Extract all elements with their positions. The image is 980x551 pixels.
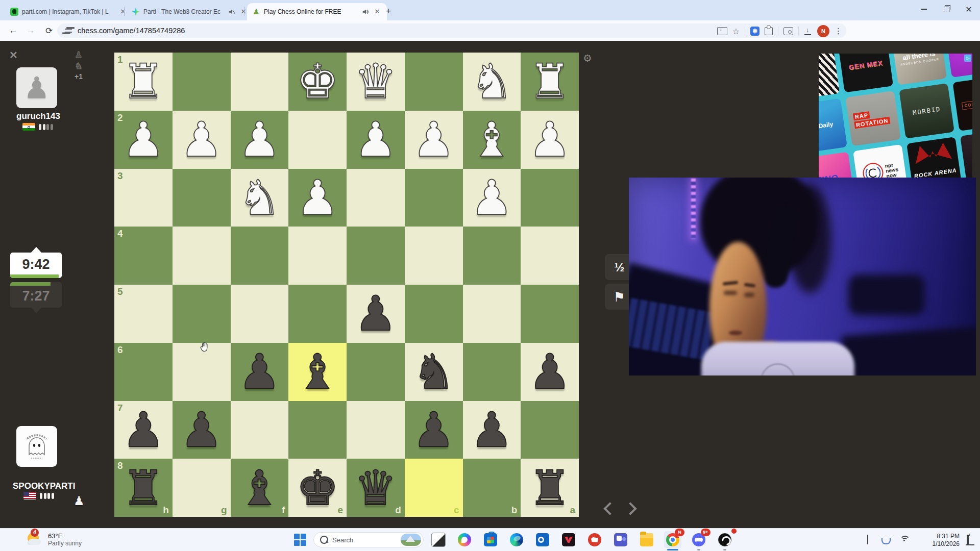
browser-tab-3[interactable]: ♟Play Chess Online for FREE✕ [247,3,387,20]
square-f5[interactable] [231,285,289,343]
square-b7[interactable]: ♟ [463,401,521,459]
chrome-menu-icon[interactable]: ⋮ [835,27,842,36]
browser-tab-2[interactable]: Parti - The Web3 Creator Ec✕ [127,3,253,20]
piece-bR-a8[interactable]: ♜ [521,459,579,517]
profile-avatar[interactable]: N [817,25,829,37]
square-f8[interactable]: f♝ [231,459,289,517]
new-tab-button[interactable]: + [382,5,395,18]
side-search-icon[interactable] [783,27,793,35]
square-g5[interactable] [173,285,231,343]
install-icon[interactable] [717,27,727,35]
piece-wP-d2[interactable]: ♟ [347,111,405,169]
taskbar-app-discord[interactable]: 9+ [690,531,707,548]
square-h4[interactable]: 4 [114,227,173,285]
square-a2[interactable]: ♟ [521,111,579,169]
square-b5[interactable] [463,285,521,343]
square-e5[interactable] [288,285,347,343]
bookmark-star-icon[interactable]: ☆ [732,27,740,36]
square-b3[interactable]: ♟ [463,169,521,227]
square-g4[interactable] [173,227,231,285]
piece-wB-b2[interactable]: ♝ [463,111,521,169]
taskbar-app-copilot[interactable] [456,531,473,548]
piece-bP-b7[interactable]: ♟ [463,401,521,459]
reload-button[interactable]: ⟳ [43,24,55,37]
tab-close-icon[interactable]: ✕ [373,7,382,16]
taskbar-app-outlook[interactable] [534,531,551,548]
square-c5[interactable] [405,285,463,343]
taskbar-app-riot[interactable] [586,531,603,548]
square-c6[interactable]: ♞ [405,343,463,401]
square-d2[interactable]: ♟ [347,111,405,169]
square-c1[interactable] [405,53,463,111]
piece-bP-h7[interactable]: ♟ [114,401,173,459]
square-h1[interactable]: 1♜ [114,53,173,111]
taskbar-app-explorer[interactable] [638,531,655,548]
piece-wP-g2[interactable]: ♟ [173,111,231,169]
downloads-icon[interactable] [804,27,812,35]
taskbar-search[interactable]: Search [313,532,424,547]
piece-bR-h8[interactable]: ♜ [114,459,173,517]
square-f6[interactable]: ♟ [231,343,289,401]
ad-tile-tino[interactable]: TINO [819,152,855,178]
square-c3[interactable] [405,169,463,227]
ad-tile-country[interactable]: COUNTRY HE [952,76,972,131]
piece-bQ-d8[interactable]: ♛ [347,459,405,517]
piece-bP-f6[interactable]: ♟ [231,343,289,401]
square-e2[interactable] [288,111,347,169]
square-a7[interactable] [521,401,579,459]
square-d4[interactable] [347,227,405,285]
board-settings-gear-icon[interactable]: ⚙ [583,52,592,64]
square-b1[interactable]: ♞ [463,53,521,111]
square-g3[interactable] [173,169,231,227]
square-b2[interactable]: ♝ [463,111,521,169]
square-c8[interactable]: c [405,459,463,517]
piece-bB-e6[interactable]: ♝ [288,343,347,401]
piece-wR-h1[interactable]: ♜ [114,53,173,111]
piece-wN-f3[interactable]: ♞ [231,169,289,227]
taskbar-app-teams[interactable] [612,531,629,548]
square-h6[interactable]: 6 [114,343,173,401]
square-h3[interactable]: 3 [114,169,173,227]
square-h8[interactable]: 8h♜ [114,459,173,517]
square-b4[interactable] [463,227,521,285]
wifi-icon[interactable] [900,536,909,545]
piece-wP-b3[interactable]: ♟ [463,169,521,227]
extensions-puzzle-icon[interactable] [765,27,773,35]
microphone-icon[interactable] [884,536,893,545]
square-e3[interactable]: ♟ [288,169,347,227]
tab-muted-icon[interactable] [228,8,235,15]
ad-tile-daily[interactable]: The Daily [819,98,847,154]
address-bar[interactable]: chess.com/game/147854749286 ☆ ✱ N ⋮ [57,23,846,38]
square-h5[interactable]: 5 [114,285,173,343]
square-a6[interactable]: ♟ [521,343,579,401]
ad-tile-morbid[interactable]: MORBID [899,83,954,138]
square-f3[interactable]: ♞ [231,169,289,227]
taskbar-app-edge[interactable] [508,531,525,548]
square-c2[interactable]: ♟ [405,111,463,169]
piece-wN-b1[interactable]: ♞ [463,53,521,111]
piece-bP-d5[interactable]: ♟ [347,285,405,343]
previous-move-button[interactable] [603,502,616,515]
square-f1[interactable] [231,53,289,111]
piece-bP-a6[interactable]: ♟ [521,343,579,401]
restore-button[interactable] [935,0,958,18]
tray-expand-chevron[interactable] [867,536,876,545]
square-b8[interactable]: b [463,459,521,517]
piece-wP-h2[interactable]: ♟ [114,111,173,169]
notification-bell-icon[interactable] [967,536,976,545]
ad-tile-rock-arena[interactable]: ROCK ARENA [906,137,962,178]
volume-icon[interactable] [916,536,925,545]
ad-tile-all-there-is[interactable]: all there isANDERSON COOPER [892,54,947,85]
square-c4[interactable] [405,227,463,285]
piece-wK-e1[interactable]: ♚ [288,53,347,111]
ad-tile-npr[interactable]: nprnewsnow [853,144,908,178]
square-e6[interactable]: ♝ [288,343,347,401]
taskbar-app-store[interactable] [482,531,499,548]
opponent-name[interactable]: guruch143 [16,111,60,121]
square-d1[interactable]: ♛ [347,53,405,111]
square-d6[interactable] [347,343,405,401]
taskbar-app-obs[interactable] [716,531,733,548]
square-f7[interactable] [231,401,289,459]
piece-bK-e8[interactable]: ♚ [288,459,347,517]
url-text[interactable]: chess.com/game/147854749286 [78,27,185,35]
